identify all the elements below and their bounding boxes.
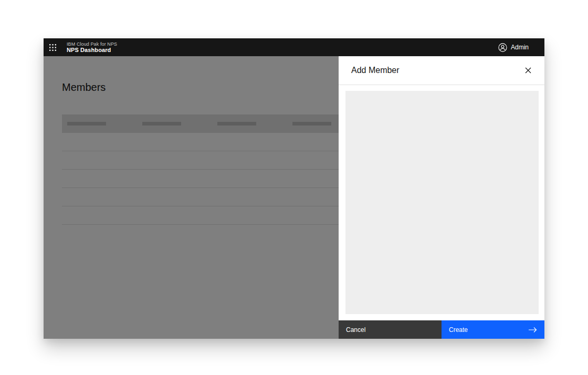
app-window: IBM Cloud Pak for NPS NPS Dashboard Admi… (44, 38, 544, 339)
form-placeholder (345, 91, 539, 314)
user-menu[interactable]: Admin (498, 38, 544, 56)
user-label: Admin (511, 44, 529, 51)
app-switcher-button[interactable] (44, 38, 61, 56)
panel-header: Add Member (339, 56, 544, 85)
switcher-grid-icon (49, 44, 56, 51)
close-x-icon (525, 67, 531, 74)
create-button[interactable]: Create (442, 320, 544, 339)
page-canvas: IBM Cloud Pak for NPS NPS Dashboard Admi… (0, 0, 588, 375)
arrow-right-icon (529, 327, 537, 333)
header-titles: IBM Cloud Pak for NPS NPS Dashboard (67, 41, 117, 54)
panel-body (339, 85, 544, 320)
panel-title: Add Member (351, 66, 520, 75)
app-header: IBM Cloud Pak for NPS NPS Dashboard Admi… (44, 38, 544, 56)
panel-footer: Cancel Create (339, 320, 544, 339)
app-title: NPS Dashboard (67, 47, 117, 54)
create-button-label: Create (449, 326, 468, 334)
close-button[interactable] (520, 62, 536, 78)
product-line-label: IBM Cloud Pak for NPS (67, 41, 117, 47)
cancel-button[interactable]: Cancel (339, 320, 442, 339)
add-member-panel: Add Member Cancel Create (339, 56, 544, 339)
user-avatar-icon (498, 43, 507, 52)
